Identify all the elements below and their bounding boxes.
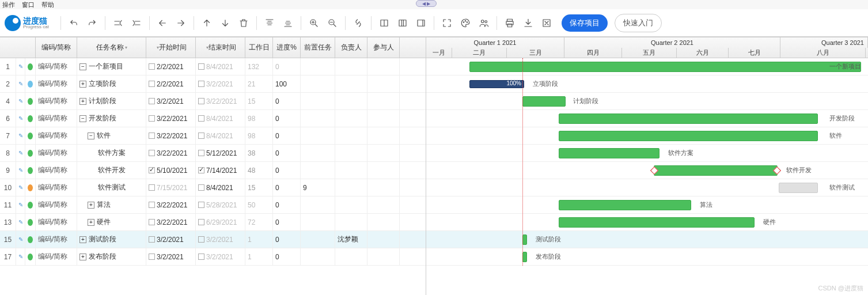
start-date-cell[interactable]: 3/2/2021	[146, 248, 196, 265]
predecessor-cell[interactable]	[301, 110, 335, 127]
fullscreen-icon[interactable]	[439, 15, 455, 31]
checkbox-icon[interactable]	[149, 254, 155, 260]
workdays-cell[interactable]: 38	[245, 145, 273, 161]
splitter-handle[interactable]: ◀ ▶	[416, 0, 437, 7]
name-cell[interactable]: +发布阶段	[77, 248, 146, 265]
predecessor-cell[interactable]	[301, 145, 335, 161]
checkbox-icon[interactable]	[149, 202, 155, 208]
name-cell[interactable]: +计划阶段	[77, 93, 146, 109]
workdays-cell[interactable]: 21	[245, 75, 273, 92]
gantt-bar[interactable]	[559, 200, 691, 210]
progress-cell[interactable]: 0	[273, 179, 301, 196]
zoom-out-icon[interactable]	[324, 15, 340, 31]
gantt-row[interactable]: 软件	[426, 127, 868, 145]
progress-cell[interactable]: 0	[273, 110, 301, 127]
arrow-up-icon[interactable]	[199, 15, 215, 31]
owner-cell[interactable]	[335, 110, 367, 127]
start-date-cell[interactable]: 3/2/2021	[146, 93, 196, 109]
gantt-row[interactable]: 发布阶段	[426, 248, 868, 266]
workdays-cell[interactable]: 1	[245, 248, 273, 265]
checkbox-icon[interactable]	[149, 167, 155, 173]
gantt-row[interactable]: 一个新项目	[426, 58, 868, 75]
code-cell[interactable]: 编码/简称	[36, 231, 77, 248]
end-date-cell[interactable]: 3/2/2021	[196, 231, 245, 248]
edit-icon[interactable]: ✎	[16, 231, 25, 248]
checkbox-icon[interactable]	[149, 150, 155, 156]
gantt-bar[interactable]	[654, 165, 778, 176]
end-date-cell[interactable]: 8/4/2021	[196, 179, 245, 196]
col-owner[interactable]: 负责人	[335, 37, 367, 58]
col-work[interactable]: 工作日	[245, 37, 273, 58]
gantt-bar[interactable]	[559, 217, 755, 228]
layout2-icon[interactable]	[395, 15, 411, 31]
end-date-cell[interactable]: 3/2/2021	[196, 248, 245, 265]
end-date-cell[interactable]: 3/2/2021	[196, 75, 245, 92]
edit-icon[interactable]: ✎	[16, 196, 25, 213]
name-cell[interactable]: +硬件	[77, 214, 146, 230]
menu-help[interactable]: 帮助	[41, 1, 54, 9]
table-row[interactable]: 9✎编码/简称软件开发5/10/20217/14/2021480	[0, 162, 426, 179]
table-row[interactable]: 6✎编码/简称−开发阶段3/22/20218/4/2021980	[0, 110, 426, 127]
start-date-cell[interactable]: 3/22/2021	[146, 214, 196, 230]
predecessor-cell[interactable]: 9	[301, 179, 335, 196]
gantt-bar[interactable]	[559, 114, 818, 124]
col-progress[interactable]: 进度%	[273, 37, 301, 58]
arrow-down-icon[interactable]	[217, 15, 233, 31]
checkbox-icon[interactable]	[198, 236, 204, 243]
outdent-icon[interactable]	[110, 15, 126, 31]
checkbox-icon[interactable]	[149, 219, 155, 225]
start-date-cell[interactable]: 5/10/2021	[146, 162, 196, 179]
gantt-bar[interactable]	[522, 96, 566, 107]
palette-icon[interactable]	[457, 15, 473, 31]
edit-icon[interactable]: ✎	[16, 93, 25, 109]
progress-cell[interactable]: 0	[273, 196, 301, 213]
gantt-bar[interactable]	[522, 235, 527, 245]
checkbox-icon[interactable]	[149, 63, 155, 70]
owner-cell[interactable]	[335, 179, 367, 196]
checkbox-icon[interactable]	[198, 254, 204, 260]
predecessor-cell[interactable]	[301, 58, 335, 75]
end-date-cell[interactable]: 8/4/2021	[196, 127, 245, 144]
workdays-cell[interactable]: 132	[245, 58, 273, 75]
progress-cell[interactable]: 0	[273, 58, 301, 75]
predecessor-cell[interactable]	[301, 75, 335, 92]
checkbox-icon[interactable]	[149, 236, 155, 243]
gantt-bar[interactable]	[559, 148, 659, 158]
participant-cell[interactable]	[367, 196, 400, 213]
gantt-row[interactable]: 硬件	[426, 214, 868, 231]
download-icon[interactable]	[520, 15, 536, 31]
expand-icon[interactable]: +	[79, 98, 86, 105]
link-icon[interactable]	[350, 15, 366, 31]
table-row[interactable]: 7✎编码/简称−软件3/22/20218/4/2021980	[0, 127, 426, 145]
owner-cell[interactable]: 沈梦颖	[335, 231, 367, 248]
progress-cell[interactable]: 0	[273, 231, 301, 248]
zoom-in-icon[interactable]	[306, 15, 322, 31]
name-cell[interactable]: +立项阶段	[77, 75, 146, 92]
table-row[interactable]: 10✎编码/简称软件测试7/15/20218/4/20211509	[0, 179, 426, 196]
workdays-cell[interactable]: 1	[245, 231, 273, 248]
workdays-cell[interactable]: 50	[245, 196, 273, 213]
start-date-cell[interactable]: 7/15/2021	[146, 179, 196, 196]
table-row[interactable]: 8✎编码/简称软件方案3/22/20215/12/2021380	[0, 145, 426, 162]
edit-icon[interactable]: ✎	[16, 248, 25, 265]
align-top-icon[interactable]	[261, 15, 278, 31]
owner-cell[interactable]	[335, 248, 367, 265]
code-cell[interactable]: 编码/简称	[36, 145, 77, 161]
predecessor-cell[interactable]	[301, 248, 335, 265]
start-date-cell[interactable]: 2/2/2021	[146, 75, 196, 92]
edit-icon[interactable]: ✎	[16, 145, 25, 161]
gantt-row[interactable]: 测试阶段	[426, 231, 868, 248]
bar-handle-left[interactable]	[650, 167, 658, 175]
gantt-row[interactable]: 软件测试	[426, 179, 868, 196]
expand-icon[interactable]: +	[79, 254, 86, 260]
owner-cell[interactable]	[335, 58, 367, 75]
progress-cell[interactable]: 0	[273, 93, 301, 109]
col-name[interactable]: 任务名称▾	[77, 37, 146, 58]
end-date-cell[interactable]: 8/4/2021	[196, 58, 245, 75]
quickstart-button[interactable]: 快速入门	[615, 14, 662, 32]
participant-cell[interactable]	[367, 75, 400, 92]
name-cell[interactable]: 软件开发	[77, 162, 146, 179]
progress-cell[interactable]: 0	[273, 214, 301, 230]
start-date-cell[interactable]: 2/2/2021	[146, 58, 196, 75]
edit-icon[interactable]: ✎	[16, 110, 25, 127]
